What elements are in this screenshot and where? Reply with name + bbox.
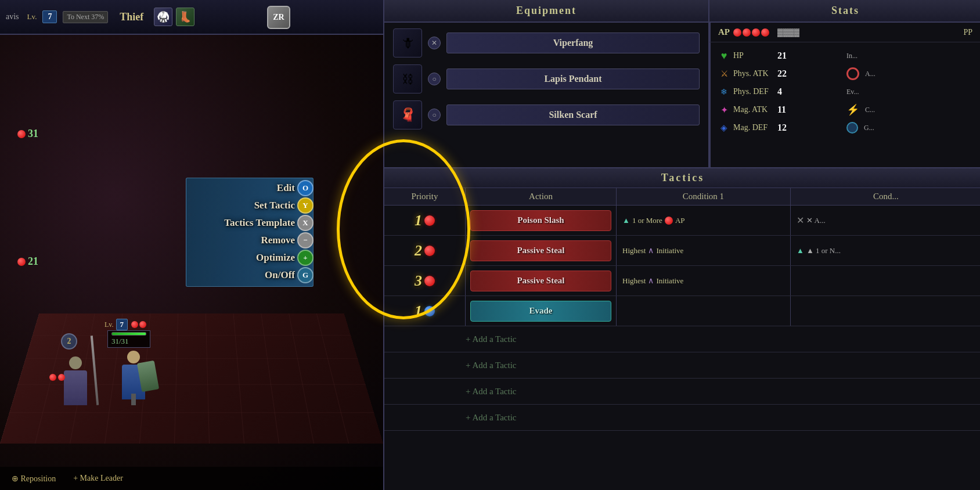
stat-phys-atk: ⚔ Phys. ATK 22: [718, 66, 844, 82]
atk-right-label: A...: [865, 70, 875, 78]
mag-def-value: 12: [777, 123, 787, 133]
cond-initiative-2: Initiative: [656, 276, 683, 286]
phys-atk-label: Phys. ATK: [733, 69, 774, 78]
to-next-label: To Next 37%: [63, 11, 108, 23]
cond-gem-0: [665, 217, 673, 225]
cond-initiative-1: Initiative: [656, 246, 683, 255]
hp-label: HP: [733, 51, 774, 60]
stat-phys-atk-right: A...: [846, 66, 972, 82]
menu-item-edit[interactable]: Edit O: [202, 180, 314, 196]
menu-item-remove[interactable]: Remove −: [202, 232, 314, 248]
add-tactic-0[interactable]: + Add a Tactic: [384, 326, 980, 352]
stats-section: Stats AP ▓▓▓▓ PP ♥ HP 21 In...: [709, 0, 980, 168]
cond-triangle-0: ▲: [622, 216, 630, 225]
tactic-condition2-1: ▲ ▲ 1 or N...: [791, 236, 980, 265]
action-bar-1: Passive Steal: [470, 240, 611, 261]
stat-mag-atk-right: ⚡ C...: [846, 102, 972, 118]
menu-item-on-off[interactable]: On/Off G: [202, 267, 314, 283]
initiative-icon-2: ∧: [648, 276, 654, 286]
battle-area: avis Lv. 7 To Next 37% Thief 🥋 👢 ZR Lv. …: [0, 0, 383, 490]
mag-atk-icon: ✦: [718, 104, 730, 116]
hp-icon: ♥: [718, 50, 730, 62]
equipment-section: Equipment 🗡 ✕ Viperfang ⛓ ○ Lapis Pendan…: [384, 0, 709, 168]
col-header-condition1: Condition 1: [617, 188, 791, 205]
armor-icon: 🥋: [154, 8, 172, 26]
equip-name-1: Lapis Pendant: [446, 69, 700, 89]
tactics-section: Tactics Priority Action Condition 1 Cond…: [384, 168, 980, 490]
equip-slot-1: ○: [428, 73, 441, 85]
optimize-btn-badge: +: [297, 250, 314, 266]
top-bar: avis Lv. 7 To Next 37% Thief 🥋 👢 ZR: [0, 0, 383, 35]
menu-item-tactics-template[interactable]: Tactics Template X: [202, 215, 314, 231]
add-tactic-2[interactable]: + Add a Tactic: [384, 379, 980, 405]
tactics-template-btn-badge: X: [297, 215, 314, 231]
lv-label: Lv.: [27, 12, 37, 21]
tactic-row-1[interactable]: 2 Passive Steal Highest ∧ Initiative ▲ ▲…: [384, 236, 980, 266]
stat-phys-def-right: Ev...: [846, 84, 972, 99]
ap-row: AP ▓▓▓▓ PP: [709, 23, 980, 42]
tactic-priority-1: 2: [384, 236, 466, 265]
initiative-icon-1: ∧: [648, 246, 654, 255]
menu-item-set-tactic[interactable]: Set Tactic Y: [202, 197, 314, 214]
tactic-condition2-2: [791, 266, 980, 296]
bottom-bar: ⊕ Reposition + Make Leader: [0, 467, 383, 490]
phys-atk-value: 22: [777, 69, 787, 79]
ap-gem-1: [733, 28, 741, 37]
equip-icon-scarf: 🧣: [393, 100, 422, 129]
tactic-row-2[interactable]: 3 Passive Steal Highest ∧ Initiative: [384, 266, 980, 296]
hp-display: 31/31: [107, 330, 150, 348]
col-header-priority: Priority: [384, 188, 466, 205]
action-bar-3: Evade: [470, 301, 611, 322]
phys-atk-icon: ⚔: [718, 68, 730, 80]
equipment-item-1[interactable]: ⛓ ○ Lapis Pendant: [393, 64, 700, 93]
cond-highest-2: Highest: [622, 276, 646, 286]
tactic-row-3[interactable]: 1 Evade: [384, 296, 980, 326]
menu-item-optimize[interactable]: Optimize +: [202, 250, 314, 266]
mag-def-label: Mag. DEF: [733, 123, 774, 132]
equipment-item-2[interactable]: 🧣 ○ Silken Scarf: [393, 100, 700, 129]
action-bar-0: Poison Slash: [470, 210, 611, 231]
priority-badge-2: 3: [415, 272, 435, 290]
stat-hp: ♥ HP 21: [718, 48, 844, 63]
equip-slot-0: ✕: [428, 37, 441, 49]
tactic-priority-3: 1: [384, 296, 466, 326]
tactics-header: Tactics: [384, 168, 980, 188]
char-name-truncated: avis: [6, 12, 19, 21]
def-right-label: Ev...: [846, 88, 859, 96]
add-tactic-3[interactable]: + Add a Tactic: [384, 405, 980, 431]
mag-atk-right-icon: ⚡: [846, 103, 859, 116]
on-off-btn-badge: G: [297, 267, 314, 283]
equipment-item-0[interactable]: 🗡 ✕ Viperfang: [393, 28, 700, 57]
class-badge: Thief: [120, 11, 143, 23]
zr-button[interactable]: ZR: [267, 6, 290, 29]
priority-badge-0: 1: [415, 212, 435, 229]
make-leader-action[interactable]: + Make Leader: [73, 474, 123, 483]
tactic-priority-2: 3: [384, 266, 466, 296]
mag-atk-label: Mag. ATK: [733, 105, 774, 114]
priority-badge-1: 2: [415, 242, 435, 260]
mag-def-icon: ◈: [718, 122, 730, 134]
stat-phys-def: ❄ Phys. DEF 4: [718, 84, 844, 99]
equip-icon-pendant: ⛓: [393, 64, 422, 93]
character-2: 2: [58, 356, 93, 415]
priority-gem-0: [424, 215, 435, 226]
pp-label: PP: [963, 28, 972, 37]
hp-right-label: In...: [846, 52, 858, 60]
cond-ap-0: AP: [675, 216, 685, 225]
tactic-condition2-0: ✕ ✕ A...: [791, 206, 980, 235]
set-tactic-btn-badge: Y: [297, 197, 314, 214]
hp-value: 21: [777, 51, 787, 61]
char-num-badge-2: 2: [61, 333, 77, 350]
equip-slot-2: ○: [428, 109, 441, 121]
tactic-priority-0: 1: [384, 206, 466, 235]
hp-marker-2: 21: [17, 255, 38, 268]
ap-gems: [733, 28, 769, 37]
equip-name-2: Silken Scarf: [446, 105, 700, 125]
tactic-row-0[interactable]: 1 Poison Slash ▲ 1 or More AP ✕ ✕ A...: [384, 206, 980, 236]
reposition-action[interactable]: ⊕ Reposition: [12, 474, 56, 484]
hp-marker-1: 31: [17, 128, 38, 140]
priority-badge-3: 1: [415, 302, 435, 320]
add-tactic-1[interactable]: + Add a Tactic: [384, 352, 980, 379]
equipment-header: Equipment: [384, 0, 708, 23]
stat-hp-right: In...: [846, 48, 972, 63]
